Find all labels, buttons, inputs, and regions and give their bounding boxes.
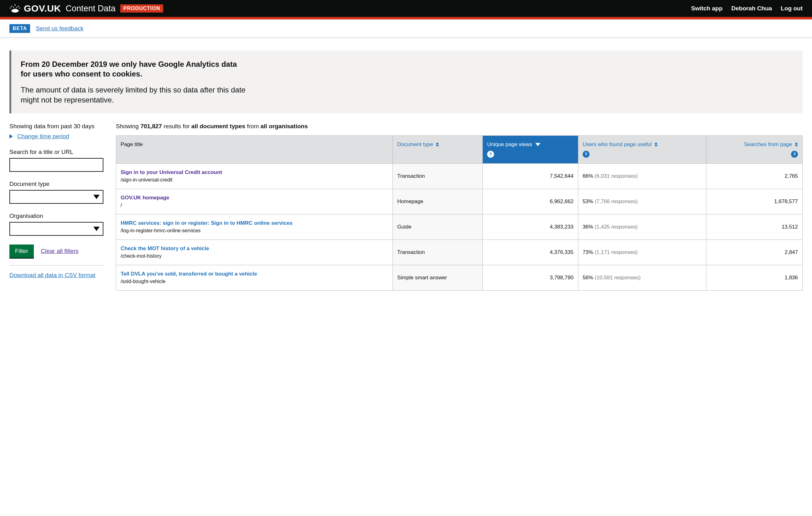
crown-icon (9, 4, 21, 13)
page-path: /check-mot-history (121, 253, 162, 259)
cell-page-title: Tell DVLA you've sold, transferred or bo… (116, 265, 393, 290)
col-searches[interactable]: Searches from page ? (706, 135, 803, 163)
page-path: /log-in-register-hmrc-online-services (121, 228, 201, 233)
cell-doc-type: Transaction (393, 240, 483, 265)
page-title-link[interactable]: Check the MOT history of a vehicle (121, 245, 388, 252)
col-useful[interactable]: Users who found page useful ? (578, 135, 706, 163)
table-row: HMRC services: sign in or register: Sign… (116, 214, 803, 240)
organisation-label: Organisation (9, 213, 104, 219)
cell-doc-type: Transaction (393, 163, 483, 189)
sort-desc-icon (535, 143, 541, 146)
notice-banner: From 20 December 2019 we only have Googl… (9, 51, 803, 113)
cell-page-title: HMRC services: sign in or register: Sign… (116, 214, 393, 240)
cell-unique-views: 3,798,790 (483, 265, 578, 290)
cell-useful: 53% (7,766 responses) (578, 189, 706, 214)
cell-searches: 2,847 (706, 240, 803, 265)
time-period-label: Showing data from past 30 days (9, 123, 104, 130)
doc-type-label: Document type (9, 181, 104, 187)
cell-searches: 1,678,577 (706, 189, 803, 214)
page-path: / (121, 202, 122, 208)
cell-unique-views: 4,376,335 (483, 240, 578, 265)
cell-useful: 56% (10,591 responses) (578, 265, 706, 290)
divider (9, 265, 104, 266)
cell-searches: 1,836 (706, 265, 803, 290)
cell-doc-type: Guide (393, 214, 483, 240)
page-title-link[interactable]: HMRC services: sign in or register: Sign… (121, 220, 388, 226)
sort-icon (795, 142, 798, 147)
user-name-link[interactable]: Deborah Chua (731, 5, 772, 12)
help-icon[interactable]: ? (583, 151, 589, 158)
cell-page-title: Sign in to your Universal Credit account… (116, 163, 393, 189)
logout-link[interactable]: Log out (781, 5, 803, 12)
cell-searches: 2,765 (706, 163, 803, 189)
change-time-period[interactable]: Change time period (9, 133, 104, 140)
download-csv-link[interactable]: Download all data in CSV format (9, 272, 95, 278)
table-row: Tell DVLA you've sold, transferred or bo… (116, 265, 803, 290)
help-icon[interactable]: ? (791, 151, 798, 158)
main-content: Showing data from past 30 days Change ti… (0, 123, 812, 291)
app-name: Content Data (66, 4, 116, 13)
col-doc-type[interactable]: Document type (393, 135, 483, 163)
beta-tag: BETA (9, 24, 30, 33)
help-icon[interactable]: ? (487, 151, 494, 158)
filters-sidebar: Showing data from past 30 days Change ti… (9, 123, 104, 291)
cell-unique-views: 6,962,662 (483, 189, 578, 214)
notice-text-secondary: The amount of data is severely limited b… (21, 85, 246, 104)
organisation-select[interactable] (9, 222, 104, 236)
clear-filters-link[interactable]: Clear all filters (41, 248, 78, 254)
col-page-title: Page title (116, 135, 393, 163)
search-label: Search for a title or URL (9, 148, 104, 156)
col-unique-views[interactable]: Unique page views ? (483, 135, 578, 163)
cell-searches: 13,512 (706, 214, 803, 240)
cell-page-title: Check the MOT history of a vehicle/check… (116, 240, 393, 265)
global-header: GOV.UK Content Data PRODUCTION Switch ap… (0, 0, 812, 17)
switch-app-link[interactable]: Switch app (691, 5, 722, 12)
govuk-logo[interactable]: GOV.UK (9, 3, 61, 14)
cell-doc-type: Simple smart answer (393, 265, 483, 290)
results-area: Showing 701,827 results for all document… (116, 123, 803, 291)
table-row: GOV.UK homepage/Homepage6,962,66253% (7,… (116, 189, 803, 214)
phase-banner: BETA Send us feedback (0, 20, 812, 38)
cell-useful: 36% (1,425 responses) (578, 214, 706, 240)
expand-icon (9, 134, 13, 139)
page-title-link[interactable]: GOV.UK homepage (121, 195, 388, 201)
table-row: Check the MOT history of a vehicle/check… (116, 240, 803, 265)
page-title-link[interactable]: Tell DVLA you've sold, transferred or bo… (121, 271, 388, 277)
sort-icon (655, 142, 658, 147)
results-table: Page title Document type Unique page vie… (116, 135, 803, 291)
govuk-text: GOV.UK (24, 3, 61, 14)
search-input[interactable] (9, 158, 104, 172)
header-left: GOV.UK Content Data PRODUCTION (9, 3, 163, 14)
results-caption: Showing 701,827 results for all document… (116, 123, 803, 130)
notice-text-primary: From 20 December 2019 we only have Googl… (21, 59, 246, 79)
cell-useful: 73% (1,171 responses) (578, 240, 706, 265)
accent-bar (0, 17, 812, 20)
page-path: /sign-in-universal-credit (121, 177, 172, 183)
feedback-link[interactable]: Send us feedback (36, 25, 83, 32)
cell-page-title: GOV.UK homepage/ (116, 189, 393, 214)
cell-useful: 66% (6,031 responses) (578, 163, 706, 189)
table-row: Sign in to your Universal Credit account… (116, 163, 803, 189)
cell-unique-views: 4,383,233 (483, 214, 578, 240)
page-path: /sold-bought-vehicle (121, 279, 166, 284)
change-time-link[interactable]: Change time period (17, 133, 69, 140)
doc-type-select[interactable] (9, 190, 104, 204)
environment-tag: PRODUCTION (120, 4, 164, 12)
header-nav: Switch app Deborah Chua Log out (691, 5, 803, 12)
sort-icon (436, 142, 439, 147)
cell-unique-views: 7,542,644 (483, 163, 578, 189)
filter-button[interactable]: Filter (9, 245, 34, 258)
cell-doc-type: Homepage (393, 189, 483, 214)
page-title-link[interactable]: Sign in to your Universal Credit account (121, 169, 388, 175)
